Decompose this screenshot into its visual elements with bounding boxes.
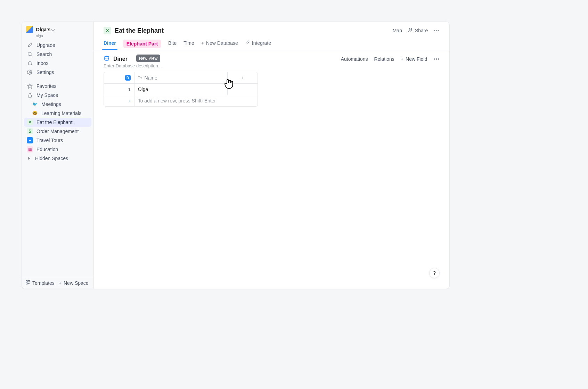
help-button[interactable]: ? [429,268,440,278]
database-name[interactable]: Diner [113,56,128,62]
sidebar-section-label: My Space [36,92,58,98]
new-row-hint[interactable]: To add a new row, press Shift+Enter [134,95,258,106]
sidebar-favorites[interactable]: Favorites [24,82,91,91]
svg-rect-4 [28,95,31,97]
svg-point-2 [29,72,31,73]
svg-rect-5 [26,281,27,282]
tab-time[interactable]: Time [183,40,194,49]
new-database-button[interactable]: + New Database [201,40,238,49]
svg-marker-3 [27,84,32,88]
map-button[interactable]: Map [393,28,402,33]
bell-icon [27,60,33,66]
database-more-button[interactable]: ••• [433,56,440,62]
space-label: Education [36,147,58,152]
sidebar-item-label: Upgrade [36,42,55,48]
tab-bite[interactable]: Bite [168,40,177,49]
space-label: Learning Materials [41,110,81,116]
space-label: Order Management [36,129,79,134]
dollar-icon: $ [27,128,33,134]
sidebar-section-label: Favorites [36,83,57,89]
sidebar-item-inbox[interactable]: Inbox [24,59,91,68]
plus-icon: + [201,40,204,46]
emoji-icon: 🐦 [32,101,38,107]
plus-icon: + [241,75,244,81]
integrate-button[interactable]: Integrate [245,40,271,49]
sidebar-item-education[interactable]: ▦ Education [24,145,91,154]
automations-button[interactable]: Automations [341,56,368,62]
gear-icon [27,69,33,75]
sidebar-item-meetings[interactable]: 🐦 Meetings [24,100,91,109]
utensils-icon: ✕ [27,119,33,125]
plus-icon: + [128,98,131,104]
sidebar-item-search[interactable]: Search [24,50,91,59]
sidebar-item-settings[interactable]: Settings [24,68,91,77]
add-row-button[interactable]: + [104,95,134,106]
svg-line-1 [31,55,32,56]
row-number[interactable]: 1 [104,84,134,95]
svg-rect-6 [28,281,30,282]
sidebar-item-label: Settings [36,69,54,75]
chevron-right-icon [27,157,32,160]
more-options-button[interactable]: ••• [433,28,440,33]
tab-diner[interactable]: Diner [104,40,116,49]
space-label: Eat the Elephant [36,119,73,125]
workspace-logo-icon [26,26,33,33]
link-icon [245,40,250,46]
footer-templates-label: Templates [32,280,55,286]
relations-button[interactable]: Relations [374,56,394,62]
svg-point-10 [409,28,410,30]
data-grid: D Tᴛ Name + 1 Olga [104,72,258,107]
sidebar-item-label: Search [36,51,52,57]
plus-icon: + [59,280,62,286]
database-icon [104,55,110,63]
footer-templates[interactable]: Templates [25,280,55,286]
book-icon: ▦ [27,146,33,152]
workspace-subtitle: olga [32,34,93,40]
text-type-icon: Tᴛ [138,76,142,80]
space-label: Meetings [41,101,61,107]
workspace-switcher[interactable]: Olga's [22,22,93,35]
sidebar: Olga's olga Upgrade Search [22,22,94,289]
plus-icon: + [401,56,403,62]
people-icon [408,27,413,34]
sidebar-myspace[interactable]: My Space [24,91,91,100]
svg-point-11 [411,28,412,30]
add-column-button[interactable]: + [228,72,258,83]
globe-icon: ● [27,137,33,143]
footer-new-space-label: New Space [64,280,89,286]
space-label: Travel Tours [36,138,63,143]
cell-name[interactable]: Olga [134,84,228,95]
new-view-tooltip: New View [136,55,160,62]
sidebar-item-label: Inbox [36,60,48,66]
d-badge-icon: D [125,75,131,81]
grid-plus-icon [25,280,30,286]
sidebar-item-order-management[interactable]: $ Order Management [24,127,91,136]
sidebar-item-learning-materials[interactable]: 🤓 Learning Materials [24,109,91,118]
tab-elephant-part[interactable]: Elephant Part [123,40,161,48]
svg-rect-7 [26,283,27,284]
sidebar-hidden-spaces[interactable]: Hidden Spaces [24,154,91,163]
lock-icon [27,92,33,98]
sidebar-item-eat-the-elephant[interactable]: ✕ Eat the Elephant [24,118,91,127]
search-icon [27,51,33,57]
column-header-name[interactable]: Tᴛ Name [134,72,228,83]
rocket-icon [27,42,33,48]
star-icon [27,83,33,89]
svg-point-0 [28,52,31,56]
sidebar-section-label: Hidden Spaces [35,156,68,161]
share-button[interactable]: Share [408,27,428,34]
svg-point-12 [105,56,109,58]
cell-empty[interactable] [228,84,258,95]
emoji-icon: 🤓 [32,110,38,116]
footer-new-space[interactable]: + New Space [59,280,89,286]
main-area: ✕ Eat the Elephant Map Share ••• Diner [94,22,449,289]
page-title[interactable]: Eat the Elephant [115,27,164,34]
workspace-name: Olga's [36,27,54,32]
sidebar-item-upgrade[interactable]: Upgrade [24,41,91,50]
page-icon[interactable]: ✕ [104,27,111,34]
sidebar-item-travel-tours[interactable]: ● Travel Tours [24,136,91,145]
row-number-header[interactable]: D [104,72,134,83]
database-description-input[interactable]: Enter Database description... [94,63,449,72]
new-field-button[interactable]: + New Field [401,56,427,62]
